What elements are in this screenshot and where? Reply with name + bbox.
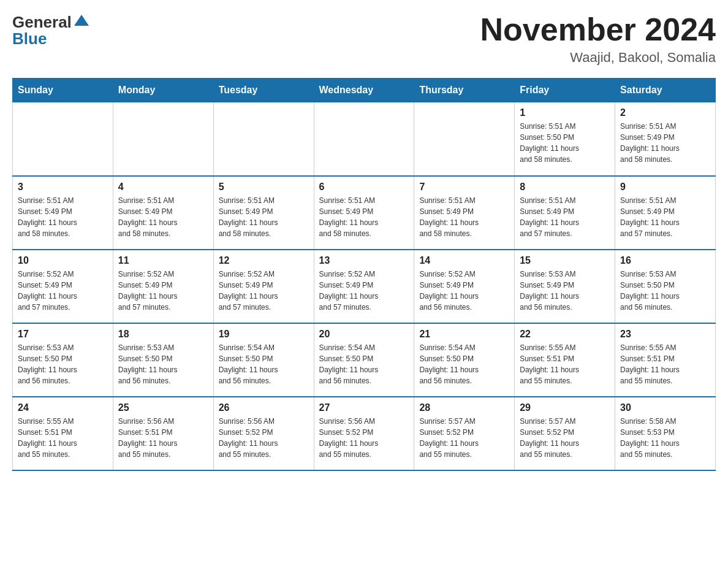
calendar-cell: 19Sunrise: 5:54 AM Sunset: 5:50 PM Dayli… <box>213 323 314 397</box>
day-info: Sunrise: 5:55 AM Sunset: 5:51 PM Dayligh… <box>18 416 108 460</box>
day-info: Sunrise: 5:56 AM Sunset: 5:52 PM Dayligh… <box>319 416 409 460</box>
day-info: Sunrise: 5:51 AM Sunset: 5:49 PM Dayligh… <box>219 195 309 239</box>
header-wednesday: Wednesday <box>314 79 414 102</box>
day-number: 5 <box>219 182 309 193</box>
calendar-cell: 7Sunrise: 5:51 AM Sunset: 5:49 PM Daylig… <box>414 176 515 250</box>
calendar-cell: 17Sunrise: 5:53 AM Sunset: 5:50 PM Dayli… <box>13 323 113 397</box>
header-sunday: Sunday <box>13 79 113 102</box>
week-row-4: 17Sunrise: 5:53 AM Sunset: 5:50 PM Dayli… <box>13 323 716 397</box>
logo-blue-text: Blue <box>12 29 47 48</box>
calendar-cell: 6Sunrise: 5:51 AM Sunset: 5:49 PM Daylig… <box>314 176 414 250</box>
calendar-cell: 23Sunrise: 5:55 AM Sunset: 5:51 PM Dayli… <box>615 323 716 397</box>
calendar-header-row: SundayMondayTuesdayWednesdayThursdayFrid… <box>13 79 716 102</box>
day-info: Sunrise: 5:53 AM Sunset: 5:50 PM Dayligh… <box>18 342 108 386</box>
day-info: Sunrise: 5:54 AM Sunset: 5:50 PM Dayligh… <box>219 342 309 386</box>
calendar-table: SundayMondayTuesdayWednesdayThursdayFrid… <box>12 78 716 471</box>
day-number: 15 <box>520 255 610 266</box>
day-number: 19 <box>219 329 309 340</box>
day-info: Sunrise: 5:51 AM Sunset: 5:49 PM Dayligh… <box>419 195 509 239</box>
calendar-cell <box>213 102 314 176</box>
calendar-cell: 15Sunrise: 5:53 AM Sunset: 5:49 PM Dayli… <box>515 250 615 323</box>
header-friday: Friday <box>515 79 615 102</box>
calendar-cell: 5Sunrise: 5:51 AM Sunset: 5:49 PM Daylig… <box>213 176 314 250</box>
day-info: Sunrise: 5:52 AM Sunset: 5:49 PM Dayligh… <box>419 269 509 313</box>
header-thursday: Thursday <box>414 79 515 102</box>
calendar-cell: 29Sunrise: 5:57 AM Sunset: 5:52 PM Dayli… <box>515 397 615 470</box>
calendar-cell: 12Sunrise: 5:52 AM Sunset: 5:49 PM Dayli… <box>213 250 314 323</box>
calendar-cell: 4Sunrise: 5:51 AM Sunset: 5:49 PM Daylig… <box>113 176 213 250</box>
calendar-cell: 3Sunrise: 5:51 AM Sunset: 5:49 PM Daylig… <box>13 176 113 250</box>
day-number: 1 <box>520 107 610 118</box>
page-header: General Blue November 2024 Waajid, Bakoo… <box>12 12 716 66</box>
day-number: 14 <box>419 255 509 266</box>
calendar-cell: 24Sunrise: 5:55 AM Sunset: 5:51 PM Dayli… <box>13 397 113 470</box>
day-info: Sunrise: 5:52 AM Sunset: 5:49 PM Dayligh… <box>319 269 409 313</box>
week-row-5: 24Sunrise: 5:55 AM Sunset: 5:51 PM Dayli… <box>13 397 716 470</box>
calendar-cell: 10Sunrise: 5:52 AM Sunset: 5:49 PM Dayli… <box>13 250 113 323</box>
day-number: 28 <box>419 402 509 413</box>
day-info: Sunrise: 5:53 AM Sunset: 5:50 PM Dayligh… <box>118 342 208 386</box>
calendar-cell: 27Sunrise: 5:56 AM Sunset: 5:52 PM Dayli… <box>314 397 414 470</box>
header-monday: Monday <box>113 79 213 102</box>
calendar-cell: 25Sunrise: 5:56 AM Sunset: 5:51 PM Dayli… <box>113 397 213 470</box>
calendar-cell <box>414 102 515 176</box>
day-number: 16 <box>620 255 710 266</box>
day-info: Sunrise: 5:54 AM Sunset: 5:50 PM Dayligh… <box>419 342 509 386</box>
day-number: 30 <box>620 402 710 413</box>
logo-arrow-icon <box>73 12 90 32</box>
day-number: 3 <box>18 182 108 193</box>
day-number: 12 <box>219 255 309 266</box>
calendar-cell: 20Sunrise: 5:54 AM Sunset: 5:50 PM Dayli… <box>314 323 414 397</box>
day-number: 11 <box>118 255 208 266</box>
day-info: Sunrise: 5:51 AM Sunset: 5:49 PM Dayligh… <box>620 195 710 239</box>
day-info: Sunrise: 5:51 AM Sunset: 5:49 PM Dayligh… <box>319 195 409 239</box>
day-number: 4 <box>118 182 208 193</box>
day-number: 27 <box>319 402 409 413</box>
calendar-cell: 22Sunrise: 5:55 AM Sunset: 5:51 PM Dayli… <box>515 323 615 397</box>
day-info: Sunrise: 5:57 AM Sunset: 5:52 PM Dayligh… <box>520 416 610 460</box>
day-info: Sunrise: 5:51 AM Sunset: 5:50 PM Dayligh… <box>520 121 610 165</box>
day-info: Sunrise: 5:53 AM Sunset: 5:49 PM Dayligh… <box>520 269 610 313</box>
calendar-cell: 2Sunrise: 5:51 AM Sunset: 5:49 PM Daylig… <box>615 102 716 176</box>
day-number: 17 <box>18 329 108 340</box>
day-info: Sunrise: 5:51 AM Sunset: 5:49 PM Dayligh… <box>520 195 610 239</box>
calendar-cell: 21Sunrise: 5:54 AM Sunset: 5:50 PM Dayli… <box>414 323 515 397</box>
day-info: Sunrise: 5:52 AM Sunset: 5:49 PM Dayligh… <box>219 269 309 313</box>
calendar-cell: 13Sunrise: 5:52 AM Sunset: 5:49 PM Dayli… <box>314 250 414 323</box>
day-number: 9 <box>620 182 710 193</box>
day-number: 26 <box>219 402 309 413</box>
calendar-cell <box>113 102 213 176</box>
day-number: 25 <box>118 402 208 413</box>
calendar-subtitle: Waajid, Bakool, Somalia <box>480 50 716 66</box>
day-info: Sunrise: 5:51 AM Sunset: 5:49 PM Dayligh… <box>620 121 710 165</box>
header-tuesday: Tuesday <box>213 79 314 102</box>
calendar-cell: 26Sunrise: 5:56 AM Sunset: 5:52 PM Dayli… <box>213 397 314 470</box>
header-saturday: Saturday <box>615 79 716 102</box>
title-area: November 2024 Waajid, Bakool, Somalia <box>480 12 716 66</box>
calendar-cell: 18Sunrise: 5:53 AM Sunset: 5:50 PM Dayli… <box>113 323 213 397</box>
day-info: Sunrise: 5:55 AM Sunset: 5:51 PM Dayligh… <box>620 342 710 386</box>
calendar-cell: 11Sunrise: 5:52 AM Sunset: 5:49 PM Dayli… <box>113 250 213 323</box>
day-number: 8 <box>520 182 610 193</box>
day-info: Sunrise: 5:51 AM Sunset: 5:49 PM Dayligh… <box>18 195 108 239</box>
week-row-2: 3Sunrise: 5:51 AM Sunset: 5:49 PM Daylig… <box>13 176 716 250</box>
day-info: Sunrise: 5:57 AM Sunset: 5:52 PM Dayligh… <box>419 416 509 460</box>
svg-marker-0 <box>74 15 89 26</box>
day-number: 22 <box>520 329 610 340</box>
day-info: Sunrise: 5:56 AM Sunset: 5:52 PM Dayligh… <box>219 416 309 460</box>
calendar-cell: 30Sunrise: 5:58 AM Sunset: 5:53 PM Dayli… <box>615 397 716 470</box>
calendar-cell <box>314 102 414 176</box>
day-number: 23 <box>620 329 710 340</box>
day-info: Sunrise: 5:56 AM Sunset: 5:51 PM Dayligh… <box>118 416 208 460</box>
day-number: 18 <box>118 329 208 340</box>
day-number: 24 <box>18 402 108 413</box>
day-info: Sunrise: 5:52 AM Sunset: 5:49 PM Dayligh… <box>118 269 208 313</box>
day-info: Sunrise: 5:54 AM Sunset: 5:50 PM Dayligh… <box>319 342 409 386</box>
day-number: 29 <box>520 402 610 413</box>
calendar-cell: 9Sunrise: 5:51 AM Sunset: 5:49 PM Daylig… <box>615 176 716 250</box>
day-info: Sunrise: 5:53 AM Sunset: 5:50 PM Dayligh… <box>620 269 710 313</box>
day-number: 20 <box>319 329 409 340</box>
day-info: Sunrise: 5:51 AM Sunset: 5:49 PM Dayligh… <box>118 195 208 239</box>
day-number: 10 <box>18 255 108 266</box>
calendar-cell <box>13 102 113 176</box>
